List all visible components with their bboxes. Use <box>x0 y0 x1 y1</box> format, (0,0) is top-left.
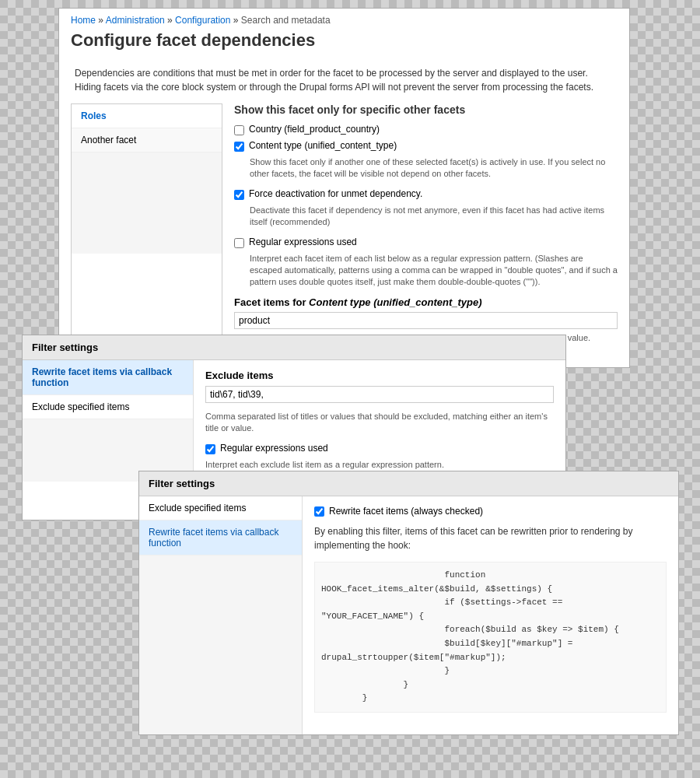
breadcrumb-home[interactable]: Home <box>71 15 96 26</box>
regex-help-text: Interpret each facet item of each list b… <box>250 253 618 289</box>
fp2-main: Rewrite facet items (always checked) By … <box>303 496 678 734</box>
breadcrumb-config[interactable]: Configuration <box>175 15 230 26</box>
facet-items-input[interactable] <box>234 312 618 329</box>
main-settings: Show this facet only for specific other … <box>222 103 618 352</box>
fp2-body: Exclude specified items Rewrite facet it… <box>139 496 678 734</box>
checkbox-contenttype-row: Content type (unified_content_type) <box>234 140 618 152</box>
fp2-item-exclude[interactable]: Exclude specified items <box>139 496 302 520</box>
breadcrumb-admin[interactable]: Administration <box>106 15 165 26</box>
checkbox-contenttype-label: Content type (unified_content_type) <box>249 140 397 151</box>
facet-items-label: Facet items for Content type (unified_co… <box>234 296 618 308</box>
fp2-item-rewrite[interactable]: Rewrite facet items via callback functio… <box>139 520 302 555</box>
fp1-regex-help: Interpret each exclude list item as a re… <box>205 459 554 471</box>
checkbox-force-row: Force deactivation for unmet dependency. <box>234 188 618 200</box>
fp2-rewrite-checkbox[interactable] <box>314 506 324 517</box>
main-panel: Home » Administration » Configuration » … <box>58 8 630 368</box>
filter-panel-2-title: Filter settings <box>139 471 678 496</box>
section-title: Show this facet only for specific other … <box>234 103 618 116</box>
page-title: Configure facet dependencies <box>59 29 629 60</box>
filter-panel-1-title: Filter settings <box>23 335 565 360</box>
checkbox-regex-label: Regular expressions used <box>249 237 357 247</box>
checkbox-regex[interactable] <box>234 238 244 248</box>
fp2-sidebar: Exclude specified items Rewrite facet it… <box>139 496 303 734</box>
fp1-regex-checkbox[interactable] <box>205 444 215 454</box>
sidebar-tabs: Roles Another facet <box>71 103 222 352</box>
checkbox-contenttype[interactable] <box>234 142 244 152</box>
checkbox-country[interactable] <box>234 125 244 135</box>
tab-content-area <box>72 152 222 254</box>
tab-roles[interactable]: Roles <box>72 104 222 128</box>
exclude-help: Comma separated list of titles or values… <box>205 411 554 435</box>
description-text: Dependencies are conditions that must be… <box>59 60 629 103</box>
exclude-items-title: Exclude items <box>205 370 554 381</box>
fp1-regex-label: Regular expressions used <box>220 443 328 454</box>
tab-another-facet[interactable]: Another facet <box>72 128 222 152</box>
breadcrumb: Home » Administration » Configuration » … <box>59 9 629 29</box>
content-area: Roles Another facet Show this facet only… <box>71 103 618 352</box>
checkbox-regex-row: Regular expressions used <box>234 237 618 248</box>
code-block: function HOOK_facet_items_alter(&$build,… <box>314 562 667 713</box>
checkbox-country-label: Country (field_product_country) <box>249 124 380 135</box>
force-help-text: Deactivate this facet if dependency is n… <box>250 205 618 229</box>
fp1-regex-row: Regular expressions used <box>205 443 554 454</box>
checkbox-force-label: Force deactivation for unmet dependency. <box>249 188 422 199</box>
fs-item-rewrite[interactable]: Rewrite facet items via callback functio… <box>23 360 193 395</box>
fs-item-exclude[interactable]: Exclude specified items <box>23 395 193 419</box>
show-help-text: Show this facet only if another one of t… <box>250 156 618 180</box>
filter-panel-2: Filter settings Exclude specified items … <box>138 471 679 735</box>
breadcrumb-search: Search and metadata <box>241 15 331 26</box>
fp2-checkbox-row: Rewrite facet items (always checked) <box>314 506 667 517</box>
checkbox-country-row: Country (field_product_country) <box>234 124 618 135</box>
fp2-description: By enabling this filter, items of this f… <box>314 524 667 552</box>
fp2-rewrite-label: Rewrite facet items (always checked) <box>329 506 483 517</box>
fp2-content-area <box>139 555 302 734</box>
checkbox-force[interactable] <box>234 190 244 200</box>
exclude-items-input[interactable] <box>205 386 554 403</box>
